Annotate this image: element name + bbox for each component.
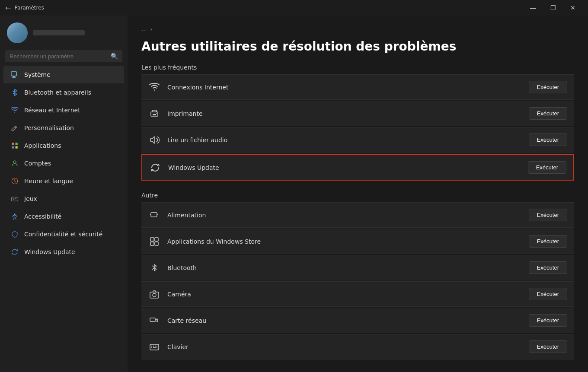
sidebar: 🔍 Système Bluetooth et appareils Rése <box>0 16 128 372</box>
connexions-icon <box>148 81 160 93</box>
carte-reseau-exec-button[interactable]: Exécuter <box>529 314 567 327</box>
svg-rect-25 <box>155 346 156 347</box>
item-winstore-left: Applications du Windows Store <box>148 235 261 248</box>
svg-rect-16 <box>155 238 158 241</box>
minimize-button[interactable]: — <box>523 1 543 15</box>
sidebar-item-reseau[interactable]: Réseau et Internet <box>3 102 124 119</box>
winupdate-item-label: Windows Update <box>168 164 219 171</box>
search-icon: 🔍 <box>111 53 118 60</box>
item-imprimante-left: Imprimante <box>148 108 203 120</box>
sidebar-item-label-heure: Heure et langue <box>24 178 73 184</box>
titlebar: ← Paramètres — ❐ ✕ <box>0 0 588 16</box>
close-button[interactable]: ✕ <box>563 1 583 15</box>
item-carte-reseau-left: Carte réseau <box>148 315 206 327</box>
search-box[interactable]: 🔍 <box>5 50 122 62</box>
maximize-button[interactable]: ❐ <box>543 1 563 15</box>
svg-rect-26 <box>157 346 157 347</box>
svg-rect-23 <box>151 346 152 347</box>
item-imprimante: Imprimante Exécuter <box>141 101 574 126</box>
audio-label: Lire un fichier audio <box>167 137 227 143</box>
sidebar-item-label-winupdate: Windows Update <box>24 248 75 255</box>
item-winupdate: Windows Update Exécuter <box>141 154 574 181</box>
breadcrumb-dots: ... <box>141 26 147 32</box>
camera-icon <box>148 288 160 300</box>
avatar <box>7 22 28 43</box>
sidebar-item-label-reseau: Réseau et Internet <box>24 107 80 114</box>
svg-rect-15 <box>150 238 154 241</box>
item-audio: Lire un fichier audio Exécuter <box>141 127 574 153</box>
item-clavier: Clavier Exécuter <box>141 334 574 359</box>
camera-exec-button[interactable]: Exécuter <box>529 288 567 300</box>
back-icon[interactable]: ← <box>5 4 11 12</box>
main-content: ... › Autres utilitaires de résolution d… <box>128 16 588 372</box>
breadcrumb: ... › <box>141 26 574 32</box>
svg-rect-24 <box>153 346 154 347</box>
svg-rect-9 <box>12 197 18 201</box>
svg-rect-28 <box>153 347 156 348</box>
svg-rect-19 <box>150 292 159 298</box>
item-connexions-left: Connexions Internet <box>148 81 228 93</box>
camera-label: Caméra <box>167 291 191 298</box>
item-audio-left: Lire un fichier audio <box>148 134 227 146</box>
sidebar-item-perso[interactable]: Personnalisation <box>3 119 124 137</box>
sidebar-item-winupdate[interactable]: Windows Update <box>3 243 124 261</box>
item-alimentation: Alimentation Exécuter <box>141 202 574 228</box>
winstore-exec-button[interactable]: Exécuter <box>529 235 567 248</box>
item-bluetooth-left: Bluetooth <box>148 262 197 274</box>
bluetooth-exec-button[interactable]: Exécuter <box>529 261 567 274</box>
sidebar-item-apps[interactable]: Applications <box>3 137 124 154</box>
item-winstore: Applications du Windows Store Exécuter <box>141 229 574 254</box>
clavier-label: Clavier <box>167 343 189 350</box>
item-camera-left: Caméra <box>148 288 191 300</box>
item-camera: Caméra Exécuter <box>141 281 574 307</box>
winupdate-item-icon <box>149 162 161 174</box>
sidebar-item-label-access: Accessibilité <box>24 213 61 220</box>
connexions-label: Connexions Internet <box>167 84 228 91</box>
sidebar-item-heure[interactable]: Heure et langue <box>3 172 124 190</box>
section-frequent-label: Les plus fréquents <box>141 64 574 71</box>
svg-rect-29 <box>157 347 157 348</box>
sidebar-item-label-bluetooth: Bluetooth et appareils <box>24 89 91 96</box>
sidebar-item-jeux[interactable]: Jeux <box>3 190 124 207</box>
alimentation-exec-button[interactable]: Exécuter <box>529 209 567 221</box>
winupdate-exec-button[interactable]: Exécuter <box>528 161 566 174</box>
sidebar-item-comptes[interactable]: Comptes <box>3 155 124 172</box>
clavier-icon <box>148 341 160 353</box>
svg-rect-4 <box>16 143 18 145</box>
app-body: 🔍 Système Bluetooth et appareils Rése <box>0 16 588 372</box>
winstore-icon <box>148 235 160 248</box>
item-bluetooth: Bluetooth Exécuter <box>141 255 574 280</box>
sidebar-nav: Système Bluetooth et appareils Réseau et… <box>0 66 128 261</box>
alimentation-icon <box>148 209 160 221</box>
svg-point-10 <box>14 213 16 215</box>
reseau-icon <box>10 106 19 114</box>
svg-rect-0 <box>11 72 17 76</box>
svg-rect-5 <box>12 146 14 149</box>
connexions-exec-button[interactable]: Exécuter <box>529 81 567 93</box>
item-carte-reseau: Carte réseau Exécuter <box>141 308 574 333</box>
sidebar-item-label-jeux: Jeux <box>24 195 37 202</box>
sidebar-item-access[interactable]: Accessibilité <box>3 208 124 225</box>
bluetooth-icon <box>10 88 19 97</box>
svg-point-20 <box>153 293 156 297</box>
audio-exec-button[interactable]: Exécuter <box>529 134 567 146</box>
username <box>33 30 85 35</box>
imprimante-exec-button[interactable]: Exécuter <box>529 107 567 120</box>
perso-icon <box>10 124 19 132</box>
svg-rect-6 <box>16 146 18 149</box>
item-alimentation-left: Alimentation <box>148 209 206 221</box>
winstore-label: Applications du Windows Store <box>167 238 261 245</box>
sidebar-item-confidentialite[interactable]: Confidentialité et sécurité <box>3 226 124 243</box>
svg-rect-17 <box>150 242 154 245</box>
sidebar-item-bluetooth[interactable]: Bluetooth et appareils <box>3 84 124 101</box>
svg-rect-12 <box>153 114 156 115</box>
search-input[interactable] <box>10 53 107 60</box>
sidebar-item-label-systeme: Système <box>24 71 51 78</box>
imprimante-icon <box>148 108 160 120</box>
sidebar-item-systeme[interactable]: Système <box>3 66 124 83</box>
jeux-icon <box>10 194 19 203</box>
clavier-exec-button[interactable]: Exécuter <box>529 340 567 353</box>
winupdate-icon <box>10 248 19 256</box>
svg-rect-3 <box>12 143 14 145</box>
confidentialite-icon <box>10 230 19 238</box>
